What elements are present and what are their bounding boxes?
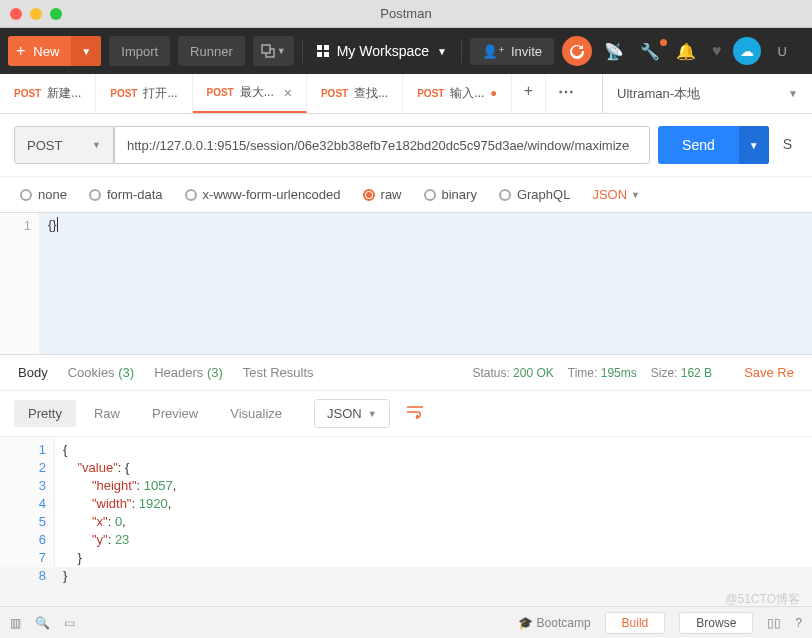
body-type-none[interactable]: none [20, 187, 67, 202]
chevron-down-icon: ▼ [92, 140, 101, 150]
status-bar: ▥ 🔍 ▭ 🎓 Bootcamp Build Browse ▯▯ ? [0, 606, 812, 638]
send-label: Send [658, 137, 739, 153]
import-button[interactable]: Import [109, 36, 170, 66]
two-pane-icon[interactable]: ▯▯ [767, 616, 781, 630]
tab-body[interactable]: Body [18, 365, 48, 380]
request-tab-3[interactable]: POST查找... [307, 74, 403, 113]
workspace-selector[interactable]: My Workspace ▼ [311, 43, 453, 59]
browse-button[interactable]: Browse [679, 612, 753, 634]
time-value: 195ms [601, 366, 637, 380]
minimize-window-button[interactable] [30, 8, 42, 20]
console-icon[interactable]: ▭ [64, 616, 75, 630]
wrap-lines-icon[interactable] [406, 405, 424, 422]
resp-gutter: 12345678 [0, 437, 55, 567]
build-button[interactable]: Build [605, 612, 666, 634]
invite-button[interactable]: 👤⁺ Invite [470, 38, 554, 65]
line-gutter: 1 [0, 213, 40, 354]
add-tab-button[interactable]: + [512, 74, 546, 113]
app-title: Postman [380, 6, 431, 21]
chevron-down-icon: ▼ [368, 409, 377, 419]
heart-icon[interactable]: ♥ [708, 42, 726, 60]
new-button[interactable]: + New ▼ [8, 36, 101, 66]
response-view-toolbar: Pretty Raw Preview Visualize JSON▼ [0, 391, 812, 437]
maximize-window-button[interactable] [50, 8, 62, 20]
chevron-down-icon[interactable]: ▼ [739, 126, 769, 164]
more-tabs-button[interactable]: ⋯ [546, 74, 586, 113]
response-format-selector[interactable]: JSON▼ [314, 399, 390, 428]
raw-format-selector[interactable]: JSON▼ [592, 187, 640, 202]
chevron-down-icon: ▼ [437, 46, 447, 57]
method-selector[interactable]: POST ▼ [14, 126, 114, 164]
request-body-content: {} [48, 217, 57, 232]
save-button[interactable]: S [777, 126, 798, 164]
view-preview[interactable]: Preview [138, 400, 212, 427]
request-body-editor[interactable]: 1 {} [0, 213, 812, 355]
url-input[interactable]: http://127.0.0.1:9515/session/06e32bb38e… [114, 126, 650, 164]
view-pretty[interactable]: Pretty [14, 400, 76, 427]
body-type-raw[interactable]: raw [363, 187, 402, 202]
workspace-label: My Workspace [337, 43, 429, 59]
request-tab-1[interactable]: POST打开... [96, 74, 192, 113]
invite-label: Invite [511, 44, 542, 59]
response-body-content: { "value": { "height": 1057, "width": 19… [55, 437, 812, 567]
environment-selector[interactable]: Ultraman-本地 ▼ [602, 74, 812, 113]
chevron-down-icon: ▼ [788, 88, 798, 99]
chevron-down-icon: ▼ [631, 190, 640, 200]
body-type-formdata[interactable]: form-data [89, 187, 163, 202]
tab-headers[interactable]: Headers (3) [154, 365, 223, 380]
response-meta: Status: 200 OK Time: 195ms Size: 162 B [472, 366, 712, 380]
environment-name: Ultraman-本地 [617, 85, 700, 103]
view-raw[interactable]: Raw [80, 400, 134, 427]
method-value: POST [27, 138, 62, 153]
new-label: New [33, 44, 71, 59]
body-type-binary[interactable]: binary [424, 187, 477, 202]
person-plus-icon: 👤⁺ [482, 44, 505, 59]
send-button[interactable]: Send ▼ [658, 126, 769, 164]
close-icon[interactable]: × [284, 85, 292, 101]
sync-button[interactable] [562, 36, 592, 66]
runner-button[interactable]: Runner [178, 36, 245, 66]
tab-test-results[interactable]: Test Results [243, 365, 314, 380]
body-type-bar: none form-data x-www-form-urlencoded raw… [0, 177, 812, 213]
body-type-urlencoded[interactable]: x-www-form-urlencoded [185, 187, 341, 202]
save-response-button[interactable]: Save Re [744, 365, 794, 380]
traffic-lights [10, 8, 62, 20]
bell-icon[interactable]: 🔔 [672, 42, 700, 61]
body-type-graphql[interactable]: GraphQL [499, 187, 570, 202]
size-value: 162 B [681, 366, 712, 380]
svg-rect-0 [262, 45, 270, 53]
wrench-icon[interactable]: 🔧 [636, 42, 664, 61]
response-tabs: Body Cookies (3) Headers (3) Test Result… [0, 355, 812, 391]
plus-icon: + [8, 42, 33, 60]
request-url-row: POST ▼ http://127.0.0.1:9515/session/06e… [0, 114, 812, 177]
tab-bar: POST新建... POST打开... POST最大...× POST查找...… [0, 74, 812, 114]
tab-cookies[interactable]: Cookies (3) [68, 365, 134, 380]
view-visualize[interactable]: Visualize [216, 400, 296, 427]
find-icon[interactable]: 🔍 [35, 616, 50, 630]
main-toolbar: + New ▼ Import Runner ▼ My Workspace ▼ 👤… [0, 28, 812, 74]
bootcamp-button[interactable]: 🎓 Bootcamp [518, 616, 590, 630]
request-tab-2[interactable]: POST最大...× [193, 74, 307, 113]
capture-button[interactable]: ▼ [253, 36, 294, 66]
chevron-down-icon[interactable]: ▼ [71, 36, 101, 66]
request-tab-0[interactable]: POST新建... [0, 74, 96, 113]
sync-icon [569, 43, 585, 59]
titlebar: Postman [0, 0, 812, 28]
close-window-button[interactable] [10, 8, 22, 20]
status-value: 200 OK [513, 366, 554, 380]
help-icon[interactable]: ? [795, 616, 802, 630]
sidebar-toggle-icon[interactable]: ▥ [10, 616, 21, 630]
avatar[interactable]: ☁ [733, 37, 761, 65]
cloud-icon: ☁ [740, 43, 754, 59]
request-tab-4[interactable]: POST输入...• [403, 74, 512, 113]
grid-icon [317, 45, 329, 57]
response-body[interactable]: 12345678 { "value": { "height": 1057, "w… [0, 437, 812, 567]
upgrade-cut[interactable]: U [777, 44, 786, 59]
satellite-icon[interactable]: 📡 [600, 42, 628, 61]
